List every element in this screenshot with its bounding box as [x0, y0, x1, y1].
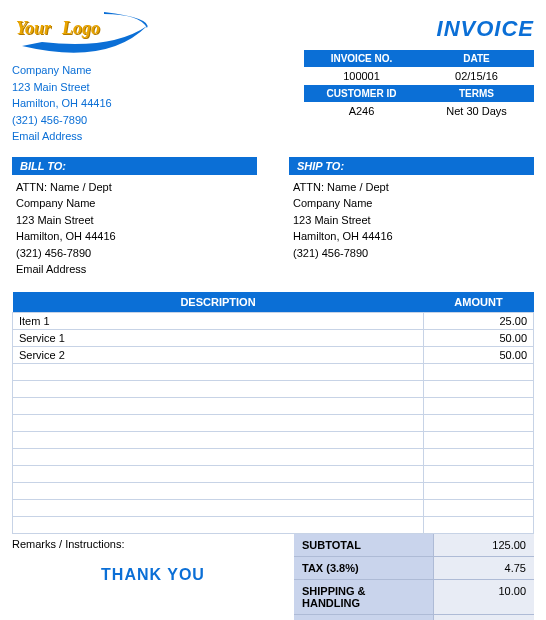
invoice-no-label: INVOICE NO. [304, 50, 419, 67]
customer-id-label: CUSTOMER ID [304, 85, 419, 102]
subtotal-label: SUBTOTAL [294, 534, 434, 557]
date-value: 02/15/16 [419, 67, 534, 85]
item-amount [424, 431, 534, 448]
table-row [13, 516, 534, 533]
logo: Your Logo [12, 8, 162, 56]
item-desc [13, 414, 424, 431]
item-desc [13, 397, 424, 414]
terms-label: TERMS [419, 85, 534, 102]
ship-to-header: SHIP TO: [289, 157, 534, 175]
item-desc: Service 1 [13, 329, 424, 346]
bill-to-name: Company Name [16, 195, 257, 212]
item-amount [424, 397, 534, 414]
company-name: Company Name [12, 62, 162, 79]
item-desc: Service 2 [13, 346, 424, 363]
table-row [13, 397, 534, 414]
bill-to-attn: ATTN: Name / Dept [16, 179, 257, 196]
item-desc [13, 431, 424, 448]
company-info: Company Name 123 Main Street Hamilton, O… [12, 62, 162, 145]
totals-block: SUBTOTAL 125.00 TAX (3.8%) 4.75 SHIPPING… [294, 534, 534, 621]
bill-to-block: BILL TO: ATTN: Name / Dept Company Name … [12, 157, 257, 278]
table-row [13, 363, 534, 380]
item-amount [424, 465, 534, 482]
item-desc [13, 516, 424, 533]
bill-to-header: BILL TO: [12, 157, 257, 175]
thank-you: THANK YOU [12, 566, 294, 584]
ship-to-citystate: Hamilton, OH 44416 [293, 228, 534, 245]
table-row: Service 250.00 [13, 346, 534, 363]
item-desc [13, 448, 424, 465]
item-desc [13, 499, 424, 516]
terms-value: Net 30 Days [419, 102, 534, 120]
item-amount: 50.00 [424, 329, 534, 346]
item-desc [13, 363, 424, 380]
table-row: Item 125.00 [13, 312, 534, 329]
ship-to-street: 123 Main Street [293, 212, 534, 229]
company-email: Email Address [12, 128, 162, 145]
table-row [13, 499, 534, 516]
remarks-label: Remarks / Instructions: [12, 538, 294, 550]
item-desc: Item 1 [13, 312, 424, 329]
line-items-table: DESCRIPTION AMOUNT Item 125.00Service 15… [12, 292, 534, 534]
item-desc [13, 380, 424, 397]
col-description: DESCRIPTION [13, 292, 424, 313]
logo-text-logo: Logo [62, 18, 100, 39]
item-desc [13, 482, 424, 499]
shipping-label: SHIPPING & HANDLING [294, 580, 434, 615]
invoice-meta: INVOICE NO. DATE 100001 02/15/16 CUSTOME… [304, 50, 534, 120]
table-row: Service 150.00 [13, 329, 534, 346]
item-amount [424, 380, 534, 397]
ship-to-attn: ATTN: Name / Dept [293, 179, 534, 196]
subtotal-value: 125.00 [434, 534, 534, 557]
bill-to-email: Email Address [16, 261, 257, 278]
bill-to-phone: (321) 456-7890 [16, 245, 257, 262]
customer-id-value: A246 [304, 102, 419, 120]
bill-to-street: 123 Main Street [16, 212, 257, 229]
shipping-value: 10.00 [434, 580, 534, 615]
logo-text-your: Your [16, 18, 51, 39]
company-citystate: Hamilton, OH 44416 [12, 95, 162, 112]
ship-to-block: SHIP TO: ATTN: Name / Dept Company Name … [289, 157, 534, 278]
item-amount [424, 414, 534, 431]
ship-to-name: Company Name [293, 195, 534, 212]
table-row [13, 482, 534, 499]
table-row [13, 448, 534, 465]
item-amount [424, 499, 534, 516]
table-row [13, 414, 534, 431]
col-amount: AMOUNT [424, 292, 534, 313]
table-row [13, 465, 534, 482]
item-amount [424, 363, 534, 380]
invoice-no-value: 100001 [304, 67, 419, 85]
total-value: $ 139.75 [434, 615, 534, 621]
item-desc [13, 465, 424, 482]
item-amount: 25.00 [424, 312, 534, 329]
total-label: TOTAL [294, 615, 434, 621]
page-title: INVOICE [304, 8, 534, 42]
item-amount [424, 516, 534, 533]
company-phone: (321) 456-7890 [12, 112, 162, 129]
ship-to-phone: (321) 456-7890 [293, 245, 534, 262]
table-row [13, 431, 534, 448]
item-amount [424, 448, 534, 465]
date-label: DATE [419, 50, 534, 67]
tax-label: TAX (3.8%) [294, 557, 434, 580]
item-amount [424, 482, 534, 499]
item-amount: 50.00 [424, 346, 534, 363]
company-street: 123 Main Street [12, 79, 162, 96]
tax-value: 4.75 [434, 557, 534, 580]
bill-to-citystate: Hamilton, OH 44416 [16, 228, 257, 245]
table-row [13, 380, 534, 397]
